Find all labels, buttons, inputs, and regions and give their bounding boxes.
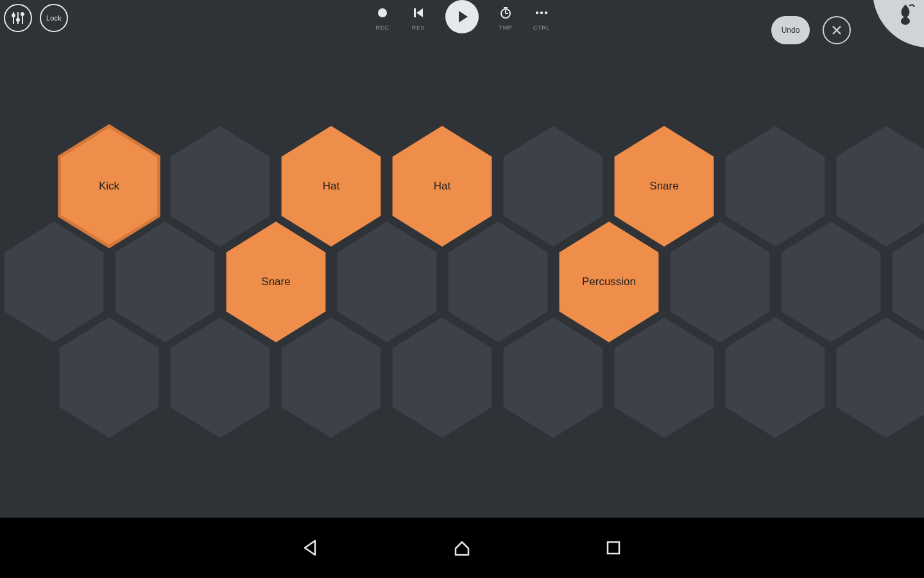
svg-marker-18: [171, 317, 270, 438]
app-logo-corner[interactable]: [873, 0, 924, 48]
svg-rect-32: [414, 8, 416, 17]
lock-label: Lock: [46, 14, 62, 22]
rewind-button[interactable]: REV: [409, 4, 427, 31]
svg-point-28: [17, 19, 19, 21]
fl-logo-icon: [893, 2, 918, 28]
drum-pad-empty[interactable]: [162, 313, 278, 442]
svg-marker-44: [305, 541, 315, 555]
lock-button[interactable]: Lock: [40, 4, 68, 32]
record-button[interactable]: REC: [373, 4, 391, 31]
svg-marker-20: [393, 317, 492, 438]
svg-point-41: [545, 12, 547, 14]
android-nav-bar: [0, 518, 924, 578]
tempo-icon: [499, 6, 512, 19]
record-icon: [377, 7, 388, 19]
nav-home-button[interactable]: [450, 536, 474, 559]
svg-point-30: [21, 13, 24, 15]
mixer-icon: [10, 10, 26, 26]
drum-pad-empty[interactable]: [273, 313, 389, 442]
rewind-sublabel: REV: [412, 24, 425, 31]
ctrl-sublabel: CTRL: [533, 24, 550, 31]
drum-pad-empty[interactable]: [717, 313, 833, 442]
record-sublabel: REC: [376, 24, 389, 31]
svg-marker-19: [282, 317, 381, 438]
drum-pad-empty[interactable]: [606, 313, 722, 442]
ctrl-button[interactable]: CTRL: [533, 4, 551, 31]
home-icon: [452, 538, 472, 557]
play-button[interactable]: [445, 0, 479, 33]
svg-point-39: [536, 12, 538, 14]
app-surface: KickHatHatSnareSnarePercussion Lock REC: [0, 0, 924, 518]
undo-label: Undo: [782, 26, 800, 35]
svg-marker-24: [837, 317, 924, 438]
svg-point-40: [540, 12, 543, 14]
svg-point-26: [12, 14, 15, 17]
svg-marker-17: [60, 317, 159, 438]
svg-rect-45: [608, 542, 619, 554]
more-icon: [534, 5, 549, 21]
tempo-button[interactable]: TMP: [497, 4, 515, 31]
svg-marker-21: [504, 317, 603, 438]
rewind-icon: [412, 6, 425, 19]
recent-icon: [604, 539, 622, 557]
nav-recent-button[interactable]: [602, 536, 625, 559]
undo-button[interactable]: Undo: [771, 16, 810, 44]
close-icon: [830, 24, 843, 37]
svg-marker-23: [726, 317, 825, 438]
drum-pad-empty[interactable]: [828, 313, 924, 442]
tempo-sublabel: TMP: [499, 24, 513, 31]
svg-marker-33: [416, 8, 423, 17]
play-icon: [454, 8, 470, 25]
svg-point-31: [378, 8, 387, 17]
drum-pad-empty[interactable]: [495, 313, 611, 442]
back-icon: [301, 538, 320, 557]
svg-marker-34: [459, 11, 468, 22]
svg-marker-22: [615, 317, 714, 438]
toolbar-right-group: Undo: [771, 0, 920, 57]
transport-controls: REC REV TMP CTRL: [373, 4, 551, 33]
drum-pad-grid: KickHatHatSnareSnarePercussion: [0, 0, 924, 518]
drum-pad-empty[interactable]: [384, 313, 500, 442]
top-toolbar: Lock REC REV: [0, 0, 924, 45]
nav-back-button[interactable]: [299, 536, 322, 559]
toolbar-left-group: Lock: [4, 4, 68, 32]
close-button[interactable]: [823, 16, 851, 44]
mixer-button[interactable]: [4, 4, 32, 32]
drum-pad-empty[interactable]: [51, 313, 167, 442]
